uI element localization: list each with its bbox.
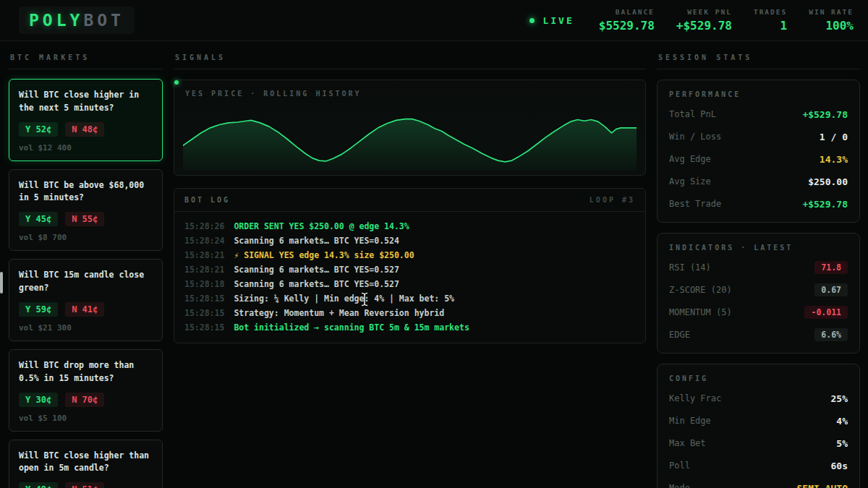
log-timestamp: 15:28:26 — [184, 221, 224, 231]
loop-counter: LOOP #3 — [590, 196, 635, 204]
topbar-stats: BALANCE $5529.78 WEEK PNL +$529.78 TRADE… — [599, 8, 854, 33]
stat-value: 1 / 0 — [820, 132, 848, 142]
yes-price-badge[interactable]: Y 30¢ — [19, 393, 58, 407]
topbar-stat-label: WIN RATE — [809, 8, 854, 16]
topbar-stat: WEEK PNL +$529.78 — [676, 8, 732, 33]
yes-price-badge[interactable]: Y 45¢ — [19, 212, 58, 226]
log-row: 15:28:15 Bot initialized → scanning BTC … — [184, 322, 635, 333]
indicator-label: RSI (14) — [669, 262, 711, 273]
yes-price-badge[interactable]: Y 52¢ — [19, 122, 58, 137]
live-indicator: LIVE — [529, 15, 574, 26]
market-price-badges: Y 30¢ N 70¢ — [19, 393, 153, 407]
log-row: 15:28:26 ORDER SENT YES $250.00 @ edge 1… — [184, 221, 635, 231]
topbar-stat: BALANCE $5529.78 — [599, 8, 655, 33]
log-timestamp: 15:28:15 — [184, 308, 224, 318]
market-card[interactable]: Will BTC close higher in the next 5 minu… — [9, 79, 163, 161]
log-row: 15:28:15 Strategy: Momentum + Mean Rever… — [184, 308, 635, 318]
market-card[interactable]: Will BTC be above $68,000 in 5 minutes? … — [9, 169, 163, 252]
config-panel: CONFIG Kelly Frac 25% Min Edge 4% Max Be… — [657, 364, 860, 488]
performance-title: PERFORMANCE — [669, 90, 848, 98]
indicator-row: MOMENTUM (5) -0.011 — [669, 306, 848, 319]
stat-row: Min Edge 4% — [669, 414, 848, 427]
market-list: Will BTC close higher in the next 5 minu… — [9, 79, 163, 488]
logo-text-primary: POLY — [29, 11, 83, 30]
chart-title: YES PRICE · ROLLING HISTORY — [185, 90, 362, 98]
log-row: 15:28:18 Scanning 6 markets… BTC YES=0.5… — [184, 279, 635, 289]
log-timestamp: 15:28:15 — [184, 322, 224, 333]
stat-label: Max Bet — [669, 438, 706, 448]
stat-label: Avg Size — [669, 176, 711, 187]
config-rows: Kelly Frac 25% Min Edge 4% Max Bet 5% Po… — [669, 392, 848, 488]
stat-value: 5% — [836, 438, 848, 449]
topbar: POLYBOT LIVE BALANCE $5529.78 WEEK PNL +… — [0, 0, 868, 41]
app-logo: POLYBOT — [19, 7, 135, 34]
bot-log-header: BOT LOG LOOP #3 — [174, 189, 645, 212]
indicator-value-badge: -0.011 — [804, 306, 848, 319]
indicator-label: EDGE — [669, 330, 690, 340]
yes-price-badge[interactable]: Y 49¢ — [19, 482, 58, 488]
stat-value: 14.3% — [820, 154, 848, 165]
topbar-stat: WIN RATE 100% — [809, 8, 854, 33]
scrollbar-thumb[interactable] — [0, 272, 3, 294]
stat-value: 25% — [831, 393, 848, 404]
stat-value: SEMI-AUTO — [797, 483, 848, 488]
stat-value: +$529.78 — [802, 109, 848, 120]
stat-row: Avg Edge 14.3% — [669, 153, 848, 166]
bot-log-panel: BOT LOG LOOP #3 15:28:26 ORDER SENT YES … — [174, 188, 646, 343]
yes-price-line-chart — [183, 108, 637, 171]
topbar-right: LIVE BALANCE $5529.78 WEEK PNL +$529.78 … — [529, 8, 854, 33]
indicators-title: INDICATORS · LATEST — [669, 244, 848, 252]
stat-row: Max Bet 5% — [669, 437, 848, 450]
market-volume: vol $21 300 — [19, 323, 153, 333]
log-message: Strategy: Momentum + Mean Reversion hybr… — [234, 308, 444, 318]
yes-price-badge[interactable]: Y 59¢ — [19, 302, 58, 317]
app-root: POLYBOT LIVE BALANCE $5529.78 WEEK PNL +… — [0, 0, 868, 488]
no-price-badge[interactable]: N 55¢ — [65, 212, 104, 226]
stat-value: 60s — [831, 461, 848, 471]
stat-label: Kelly Frac — [669, 393, 721, 403]
signals-column: SIGNALS YES PRICE · ROLLING HISTORY BOT … — [174, 41, 646, 488]
topbar-stat-label: TRADES — [754, 8, 787, 16]
stat-row: Avg Size $250.00 — [669, 175, 848, 188]
indicator-row: Z-SCORE (20) 0.67 — [669, 283, 848, 296]
market-card[interactable]: Will BTC drop more than 0.5% in 15 minut… — [9, 349, 163, 432]
market-question: Will BTC close higher than open in 5m ca… — [19, 450, 153, 476]
market-card[interactable]: Will BTC close higher than open in 5m ca… — [9, 440, 163, 488]
log-timestamp: 15:28:21 — [184, 265, 224, 275]
performance-panel: PERFORMANCE Total PnL +$529.78 Win / Los… — [657, 80, 860, 223]
session-column: SESSION STATS PERFORMANCE Total PnL +$52… — [657, 41, 860, 488]
indicator-value-badge: 6.6% — [814, 328, 848, 341]
stat-label: Total PnL — [669, 109, 716, 119]
market-volume: vol $8 700 — [19, 233, 153, 242]
stat-row: Best Trade +$529.78 — [669, 197, 848, 210]
log-message: Sizing: ¼ Kelly | Min edge: 4% | Max bet… — [234, 294, 454, 304]
market-question: Will BTC drop more than 0.5% in 15 minut… — [19, 359, 153, 385]
signals-header: SIGNALS — [174, 41, 646, 69]
live-label: LIVE — [542, 15, 574, 26]
bot-log-title: BOT LOG — [184, 196, 230, 204]
stat-value: $250.00 — [808, 176, 848, 187]
chart-area-fill — [183, 119, 637, 171]
stat-value: +$529.78 — [802, 199, 848, 210]
no-price-badge[interactable]: N 51¢ — [65, 482, 104, 488]
log-timestamp: 15:28:18 — [184, 279, 224, 289]
text-cursor-icon — [360, 292, 369, 307]
topbar-stat-label: BALANCE — [616, 8, 655, 16]
market-price-badges: Y 49¢ N 51¢ — [19, 482, 153, 488]
market-volume: vol $5 100 — [19, 414, 153, 423]
no-price-badge[interactable]: N 70¢ — [65, 393, 104, 407]
log-message: Bot initialized → scanning BTC 5m & 15m … — [234, 322, 469, 333]
log-row: 15:28:21 Scanning 6 markets… BTC YES=0.5… — [184, 265, 635, 275]
market-question: Will BTC close higher in the next 5 minu… — [19, 89, 153, 115]
market-card[interactable]: Will BTC 15m candle close green? Y 59¢ N… — [9, 259, 163, 341]
chart-endpoint-marker — [174, 80, 179, 85]
stat-label: Mode — [669, 483, 690, 488]
no-price-badge[interactable]: N 48¢ — [65, 122, 104, 137]
topbar-stat-label: WEEK PNL — [687, 8, 732, 16]
no-price-badge[interactable]: N 41¢ — [65, 302, 104, 317]
topbar-stat-value: $5529.78 — [599, 19, 655, 33]
log-message: Scanning 6 markets… BTC YES=0.527 — [234, 265, 399, 275]
market-price-badges: Y 59¢ N 41¢ — [19, 302, 153, 317]
bot-log-list: 15:28:26 ORDER SENT YES $250.00 @ edge 1… — [174, 212, 645, 343]
indicators-panel: INDICATORS · LATEST RSI (14) 71.8 Z-SCOR… — [657, 233, 860, 354]
